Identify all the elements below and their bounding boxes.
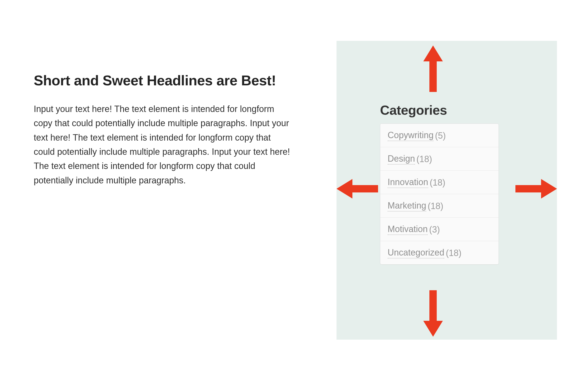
category-count: (18) — [428, 201, 443, 211]
svg-marker-3 — [515, 179, 557, 199]
arrow-down-icon — [423, 290, 443, 337]
category-name: Copywriting — [388, 130, 434, 141]
article-block: Short and Sweet Headlines are Best! Inpu… — [34, 72, 293, 188]
category-name: Innovation — [388, 177, 428, 188]
category-item-motivation[interactable]: Motivation (3) — [380, 218, 498, 241]
sidebar-widget-panel: Categories Copywriting (5) Design (18) I… — [336, 41, 557, 340]
article-body: Input your text here! The text element i… — [34, 102, 293, 188]
category-name: Design — [388, 154, 415, 165]
category-count: (3) — [429, 224, 440, 235]
categories-list: Copywriting (5) Design (18) Innovation (… — [380, 124, 499, 265]
category-count: (18) — [416, 154, 432, 164]
stage: Short and Sweet Headlines are Best! Inpu… — [0, 0, 588, 379]
category-count: (18) — [446, 248, 461, 258]
category-item-marketing[interactable]: Marketing (18) — [380, 194, 498, 218]
category-count: (5) — [435, 131, 446, 141]
arrow-right-icon — [515, 179, 557, 199]
arrow-left-icon — [336, 179, 378, 199]
category-name: Uncategorized — [388, 247, 444, 258]
category-name: Marketing — [388, 201, 426, 211]
svg-marker-2 — [336, 179, 378, 199]
category-item-innovation[interactable]: Innovation (18) — [380, 171, 498, 194]
category-item-uncategorized[interactable]: Uncategorized (18) — [380, 241, 498, 264]
category-count: (18) — [430, 177, 445, 188]
svg-marker-0 — [423, 46, 443, 92]
category-item-copywriting[interactable]: Copywriting (5) — [380, 124, 498, 147]
svg-marker-1 — [423, 290, 443, 337]
widget-title: Categories — [380, 102, 447, 118]
category-name: Motivation — [388, 224, 428, 235]
category-item-design[interactable]: Design (18) — [380, 147, 498, 171]
article-headline: Short and Sweet Headlines are Best! — [34, 72, 293, 89]
arrow-up-icon — [423, 46, 443, 92]
